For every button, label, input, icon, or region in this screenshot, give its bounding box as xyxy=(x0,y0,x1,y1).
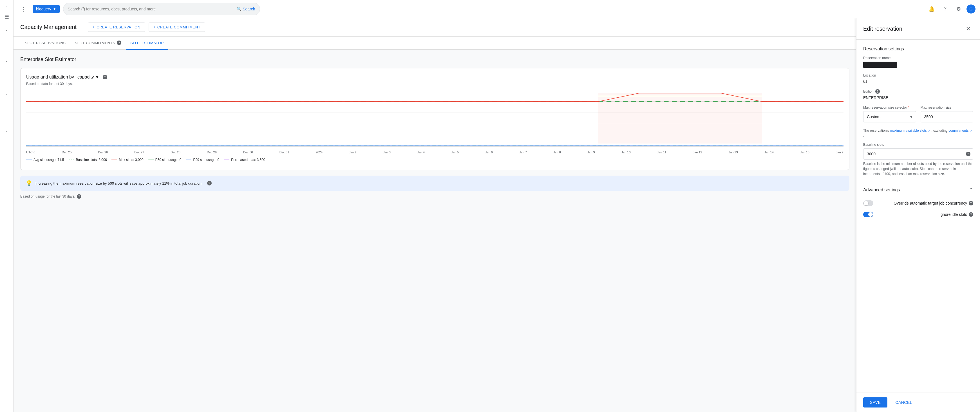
create-commitment-button[interactable]: + CREATE COMMITMENT xyxy=(149,22,205,32)
info-help-icon[interactable]: ? xyxy=(207,181,212,185)
reservation-settings-title: Reservation settings xyxy=(863,46,973,51)
location-field: Location us xyxy=(863,73,973,84)
avatar[interactable]: G xyxy=(966,5,975,14)
search-bar[interactable]: 🔍 Search xyxy=(63,3,260,15)
sidebar-chevron-1[interactable]: ⌃ xyxy=(1,28,13,35)
help-icon[interactable]: ? xyxy=(939,3,951,14)
legend-avg-line xyxy=(26,159,32,160)
sidebar-collapse-icon[interactable]: ⌃ xyxy=(1,5,13,11)
x-label-5: Dec 29 xyxy=(207,151,217,154)
cancel-button[interactable]: CANCEL xyxy=(891,398,917,407)
chart-by-dropdown[interactable]: capacity ▼ xyxy=(76,74,101,80)
tab-slot-estimator[interactable]: SLOT ESTIMATOR xyxy=(126,37,168,50)
x-label-1: Dec 25 xyxy=(62,151,72,154)
legend-max-line xyxy=(111,159,117,160)
override-toggle-row: Override automatic target job concurrenc… xyxy=(863,197,973,209)
hint-prefix: The reservation's xyxy=(863,129,889,132)
x-label-10: Jan 3 xyxy=(383,151,391,154)
search-input[interactable] xyxy=(68,7,235,11)
reservation-name-label: Reservation name xyxy=(863,56,973,60)
edition-help-icon[interactable]: ? xyxy=(875,89,880,94)
create-commitment-label: CREATE COMMITMENT xyxy=(158,25,200,29)
search-button[interactable]: 🔍 Search xyxy=(237,7,255,11)
edition-label-row: Edition ? xyxy=(863,89,973,94)
legend-avg-slot-usage: Avg slot usage: 71.5 xyxy=(26,158,64,162)
chart-subtitle: Based on data for last 30 days. xyxy=(26,82,843,86)
legend-p99: P99 slot usage: 0 xyxy=(186,158,219,162)
location-label: Location xyxy=(863,73,973,77)
create-reservation-label: CREATE RESERVATION xyxy=(97,25,140,29)
legend-p50: P50 slot usage: 0 xyxy=(148,158,181,162)
baseline-input-wrapper: ? xyxy=(863,148,973,159)
edition-label: Edition xyxy=(863,89,873,94)
legend-perf-line xyxy=(224,159,229,160)
max-size-selector-select[interactable]: Custom Auto xyxy=(863,111,916,122)
settings-icon[interactable]: ⚙ xyxy=(953,3,964,14)
sidebar-chevron-2[interactable]: ⌄ xyxy=(1,57,13,64)
sidebar-chevron-4[interactable]: ⌄ xyxy=(1,127,13,134)
advanced-settings-header[interactable]: Advanced settings ⌃ xyxy=(863,182,973,197)
ignore-idle-help-icon[interactable]: ? xyxy=(969,212,973,217)
usage-note-text: Based on usage for the last 30 days. xyxy=(20,194,75,199)
hint-link-commitments[interactable]: commitments ↗ xyxy=(948,129,972,132)
create-reservation-icon: + xyxy=(92,25,95,29)
ignore-idle-toggle-switch[interactable] xyxy=(863,212,873,217)
inner-content: Enterprise Slot Estimator Usage and util… xyxy=(14,50,856,205)
legend-perf-label: Perf-based max: 3,500 xyxy=(231,158,265,162)
x-label-18: Jan 11 xyxy=(657,151,667,154)
legend-baseline-line xyxy=(69,159,74,160)
tab-slot-reservations[interactable]: SLOT RESERVATIONS xyxy=(20,37,70,50)
x-label-8: 2024 xyxy=(316,151,323,154)
sidebar: ⌃ ☰ ⌃ ⌄ ⌃ ⌄ xyxy=(0,0,14,412)
notifications-icon[interactable]: 🔔 xyxy=(926,3,937,14)
baseline-slots-input[interactable] xyxy=(863,148,973,159)
info-icon: 💡 xyxy=(26,180,32,186)
create-reservation-button[interactable]: + CREATE RESERVATION xyxy=(88,22,145,32)
max-size-selector-label: Max reservation size selector * xyxy=(863,105,916,110)
save-button[interactable]: SAVE xyxy=(863,398,888,407)
x-label-27: Jan 2 xyxy=(836,151,843,154)
sidebar-chevron-3[interactable]: ⌃ xyxy=(1,92,13,99)
commitments-external-icon: ↗ xyxy=(970,129,972,132)
override-toggle-switch[interactable] xyxy=(863,200,873,206)
override-help-icon[interactable]: ? xyxy=(969,201,973,205)
usage-note-help-icon[interactable]: ? xyxy=(77,194,81,199)
svg-rect-6 xyxy=(598,93,762,143)
content-area: Capacity Management + CREATE RESERVATION… xyxy=(14,18,980,412)
chart-title-prefix: Usage and utilization by xyxy=(26,75,74,80)
tabs-bar: SLOT RESERVATIONS SLOT COMMITMENTS ? SLO… xyxy=(14,37,856,50)
x-label-3: Dec 27 xyxy=(134,151,144,154)
app-switcher-icon[interactable]: ⋮ xyxy=(18,3,29,14)
hint-suffix: . xyxy=(863,134,864,138)
x-label-14: Jan 7 xyxy=(519,151,527,154)
advanced-settings-chevron: ⌃ xyxy=(969,187,973,193)
app-name-button[interactable]: bigquery ▼ xyxy=(33,5,60,13)
legend-baseline-label: Baseline slots: 3,000 xyxy=(76,158,107,162)
max-size-input[interactable] xyxy=(921,111,974,122)
legend-p99-line xyxy=(186,159,191,160)
x-label-0: UTC-8 xyxy=(26,151,35,154)
x-label-2: Dec 26 xyxy=(98,151,108,154)
x-label-20: Jan 13 xyxy=(729,151,738,154)
sidebar-nav-icon-1[interactable]: ☰ xyxy=(1,11,13,22)
chart-by-label: capacity xyxy=(77,75,94,80)
x-label-19: Jan 12 xyxy=(693,151,702,154)
chart-help-icon[interactable]: ? xyxy=(103,75,107,80)
x-label-6: Dec 30 xyxy=(243,151,253,154)
edition-value: ENTERPRISE xyxy=(863,95,973,100)
slot-commitments-help-icon[interactable]: ? xyxy=(117,41,121,45)
baseline-help-icon[interactable]: ? xyxy=(966,152,970,156)
side-panel: Edit reservation ✕ Reservation settings … xyxy=(856,18,980,412)
chart-by-dropdown-arrow: ▼ xyxy=(95,75,100,80)
external-link-icon: ↗ xyxy=(928,129,931,132)
hint-link-max-slots[interactable]: maximum available slots ↗ xyxy=(890,129,931,132)
x-label-4: Dec 28 xyxy=(170,151,180,154)
usage-note: Based on usage for the last 30 days. ? xyxy=(20,194,850,199)
panel-close-button[interactable]: ✕ xyxy=(963,24,973,34)
info-message: Increasing the maximum reservation size … xyxy=(35,181,202,185)
baseline-slots-label: Baseline slots xyxy=(863,143,973,146)
tab-slot-commitments[interactable]: SLOT COMMITMENTS ? xyxy=(70,37,126,50)
search-icon: 🔍 xyxy=(237,7,242,11)
x-label-13: Jan 6 xyxy=(485,151,493,154)
chart-svg xyxy=(26,90,843,146)
